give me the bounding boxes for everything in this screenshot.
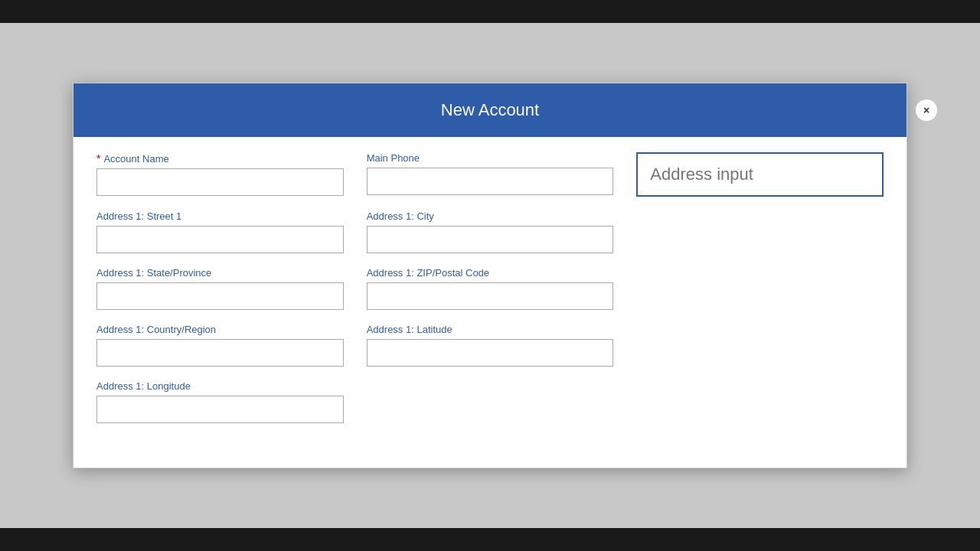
state-label: Address 1: State/Province — [96, 267, 344, 279]
top-bar — [0, 0, 980, 23]
row-account-main: * Account Name Main Phone — [96, 152, 884, 197]
state-input[interactable] — [96, 282, 344, 310]
main-phone-group: Main Phone — [367, 152, 614, 195]
street1-input[interactable] — [96, 226, 344, 253]
address-input-group — [636, 152, 884, 197]
latitude-label: Address 1: Latitude — [367, 324, 614, 335]
account-name-label: Account Name — [103, 153, 168, 165]
city-group: Address 1: City — [367, 210, 614, 253]
row-country-lat: Address 1: Country/Region Address 1: Lat… — [96, 324, 884, 367]
modal-title: New Account — [441, 100, 539, 119]
modal-header: New Account × — [74, 83, 906, 137]
main-phone-input[interactable] — [367, 168, 614, 195]
required-star: * — [96, 152, 100, 165]
latitude-input[interactable] — [367, 339, 614, 367]
row-longitude: Address 1: Longitude — [96, 380, 884, 423]
longitude-label: Address 1: Longitude — [96, 380, 344, 392]
latitude-group: Address 1: Latitude — [367, 324, 614, 367]
modal-body: * Account Name Main Phone Address 1: Str… — [74, 137, 906, 468]
country-label: Address 1: Country/Region — [96, 324, 344, 335]
account-name-input[interactable] — [96, 168, 344, 196]
new-account-modal: New Account × * Account Name Main Phone — [73, 83, 907, 468]
address-input-field[interactable] — [636, 152, 884, 197]
street1-group: Address 1: Street 1 — [96, 210, 344, 253]
row-state-zip: Address 1: State/Province Address 1: ZIP… — [96, 267, 884, 310]
main-phone-label: Main Phone — [367, 152, 614, 164]
zip-group: Address 1: ZIP/Postal Code — [367, 267, 614, 310]
account-name-group: * Account Name — [96, 152, 344, 196]
city-input[interactable] — [367, 226, 614, 253]
row-street-city: Address 1: Street 1 Address 1: City — [96, 210, 884, 253]
longitude-input[interactable] — [96, 396, 344, 423]
state-group: Address 1: State/Province — [96, 267, 344, 310]
bottom-bar — [0, 528, 980, 551]
street1-label: Address 1: Street 1 — [96, 210, 344, 222]
zip-label: Address 1: ZIP/Postal Code — [367, 267, 614, 279]
city-label: Address 1: City — [367, 210, 614, 222]
close-button[interactable]: × — [916, 99, 937, 121]
country-group: Address 1: Country/Region — [96, 324, 344, 367]
longitude-group: Address 1: Longitude — [96, 380, 344, 423]
country-input[interactable] — [96, 339, 344, 367]
zip-input[interactable] — [367, 282, 614, 310]
